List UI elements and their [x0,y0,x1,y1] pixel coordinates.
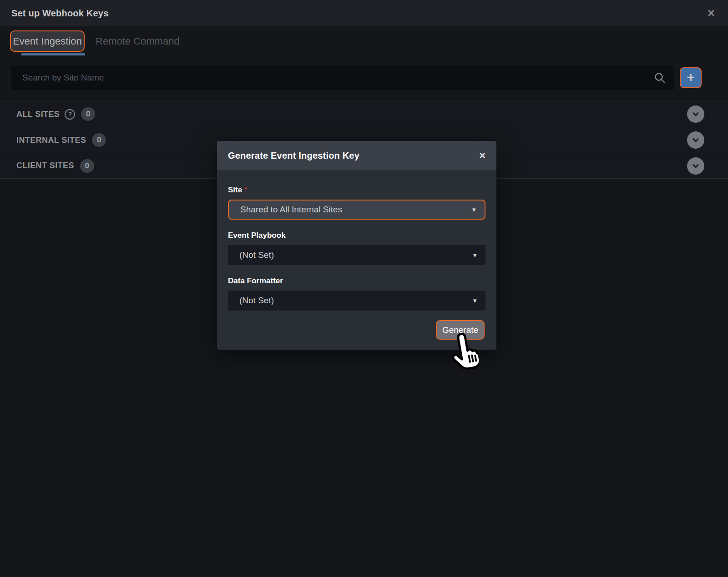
section-label: CLIENT SITES [16,161,74,171]
modal-title: Generate Event Ingestion Key [228,151,359,161]
data-formatter-field-label: Data Formatter [228,276,485,286]
event-playbook-select[interactable]: (Not Set) ▼ [228,245,485,265]
data-formatter-select-value: (Not Set) [239,296,274,306]
site-field-label: Site* [228,185,485,195]
count-badge: 0 [92,133,106,147]
title-bar: Set up Webhook Keys × [0,0,728,26]
page-title: Set up Webhook Keys [11,8,108,19]
site-select-value: Shared to All Internal Sites [240,205,342,215]
help-icon[interactable]: ? [65,109,75,120]
chevron-down-icon[interactable] [687,105,704,123]
count-badge: 0 [80,159,94,173]
chevron-down-icon[interactable] [687,157,704,175]
tab-event-ingestion[interactable]: Event Ingestion [10,30,85,52]
required-asterisk: * [244,185,247,193]
dropdown-arrow-icon: ▼ [472,252,478,259]
close-icon[interactable]: × [703,5,719,21]
generate-key-modal: Generate Event Ingestion Key × Site* Sha… [217,141,496,350]
count-badge: 0 [81,107,95,121]
section-label: ALL SITES [16,110,60,119]
data-formatter-select[interactable]: (Not Set) ▼ [228,291,485,311]
dropdown-arrow-icon: ▼ [472,297,478,304]
generate-button[interactable]: Generate [436,320,485,340]
modal-close-icon[interactable]: × [480,151,485,161]
modal-header: Generate Event Ingestion Key × [217,141,496,170]
dropdown-arrow-icon: ▼ [471,206,477,213]
section-row-all-sites[interactable]: ALL SITES ? 0 [0,101,728,127]
search-icon[interactable] [654,72,666,84]
add-key-button[interactable]: + [680,67,702,88]
active-tab-underline [21,53,85,55]
field-label-text: Site [228,186,242,194]
event-playbook-select-value: (Not Set) [239,250,274,260]
tab-remote-command[interactable]: Remote Command [96,30,180,52]
site-select[interactable]: Shared to All Internal Sites ▼ [228,200,485,220]
search-bar [11,65,674,90]
chevron-down-icon[interactable] [687,131,704,149]
modal-footer: Generate [229,320,485,340]
section-label: INTERNAL SITES [16,135,86,145]
webhook-keys-window: Set up Webhook Keys × Event Ingestion Re… [0,0,728,577]
search-input[interactable] [11,65,674,90]
event-playbook-field-label: Event Playbook [228,231,485,240]
